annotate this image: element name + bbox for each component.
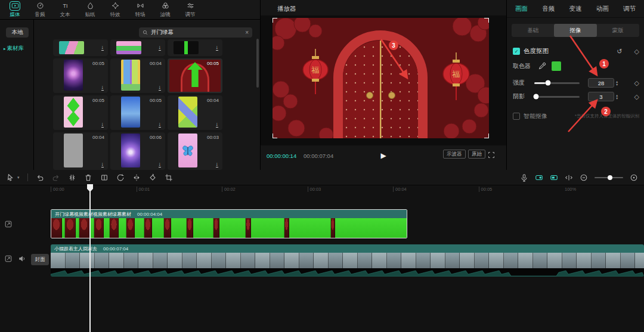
media-item[interactable]: ↓: [53, 39, 108, 56]
chevron-down-icon[interactable]: ▾: [17, 175, 20, 180]
reverse-icon[interactable]: [116, 173, 125, 182]
green-screen-clip[interactable]: 开门绿幕视频素材视频素材绿幕素材 00:00:04:04: [51, 209, 407, 238]
tab-变速[interactable]: 变速: [569, 5, 582, 13]
filmstrip-frame: [138, 253, 153, 268]
toolbar-tab-media[interactable]: 媒体: [4, 1, 26, 18]
media-item[interactable]: 00:05↓: [53, 58, 108, 93]
timeline-zoom-slider[interactable]: [595, 177, 623, 178]
resize-handle[interactable]: [273, 18, 277, 23]
zoom-slider-knob[interactable]: [608, 175, 612, 180]
strength-slider[interactable]: [534, 82, 580, 84]
download-icon[interactable]: ↓: [216, 162, 219, 167]
original-button[interactable]: 原始: [468, 150, 485, 159]
download-icon[interactable]: ↓: [159, 122, 162, 128]
resize-handle[interactable]: [273, 134, 277, 138]
top-toolbar: 媒体音频TI文本贴纸特效转场滤镜调节: [0, 0, 260, 19]
main-video-clip[interactable]: 小猫跟着主人回家去 00:00:07:04: [51, 244, 644, 277]
shadow-value[interactable]: 3: [588, 92, 614, 101]
mute-track-icon[interactable]: [18, 255, 26, 263]
media-item[interactable]: 00:05: [168, 58, 222, 93]
resize-handle[interactable]: [484, 134, 489, 138]
media-item[interactable]: 00:04↓: [110, 58, 165, 93]
media-item[interactable]: ↓: [110, 39, 165, 56]
fullscreen-icon[interactable]: [488, 150, 495, 161]
toolbar-tab-adjust[interactable]: 调节: [179, 1, 202, 18]
toolbar-tab-sticker[interactable]: 贴纸: [79, 1, 101, 18]
cover-button[interactable]: 封面: [31, 254, 49, 265]
undo-icon[interactable]: [36, 173, 44, 182]
subtab-基础[interactable]: 基础: [512, 24, 554, 37]
freeze-frame-icon[interactable]: [100, 173, 109, 182]
mic-icon[interactable]: [520, 173, 528, 182]
snap-toggle-icon[interactable]: [535, 173, 543, 182]
track-toggle-icon[interactable]: [4, 220, 13, 228]
zoom-locate-icon[interactable]: [630, 173, 638, 182]
crop-icon[interactable]: [165, 173, 173, 182]
media-item[interactable]: 00:05↓: [110, 95, 165, 130]
stepper-down-icon[interactable]: ▾: [616, 97, 618, 100]
media-item[interactable]: 00:05↓: [53, 95, 108, 130]
shadow-slider[interactable]: [534, 96, 580, 98]
tab-调节[interactable]: 调节: [623, 5, 636, 13]
download-icon[interactable]: ↓: [216, 45, 219, 51]
door-scene: 福 福: [273, 18, 489, 138]
filmstrip-frame: [401, 253, 416, 268]
download-icon[interactable]: ↓: [159, 162, 162, 167]
preview-toggle-icon[interactable]: [550, 173, 558, 182]
play-button[interactable]: ▶: [380, 151, 386, 160]
search-input[interactable]: 开门绿幕 ×: [139, 27, 252, 38]
picked-color-swatch[interactable]: [551, 61, 562, 72]
redo-icon[interactable]: [52, 173, 60, 182]
media-scrollbar[interactable]: [256, 39, 259, 88]
sidebar-item-label: 本地: [12, 29, 23, 36]
rotate-icon[interactable]: [148, 173, 157, 182]
toolbar-tab-effects[interactable]: 特效: [104, 1, 126, 18]
subtab-抠像[interactable]: 抠像: [554, 24, 596, 37]
tab-音频[interactable]: 音频: [542, 5, 555, 13]
sidebar-item-local[interactable]: 本地: [6, 27, 29, 38]
mirror-icon[interactable]: [132, 173, 141, 182]
stepper-down-icon[interactable]: ▾: [616, 83, 618, 86]
smart-key-checkbox[interactable]: [513, 113, 520, 120]
track-toggle-icon[interactable]: [4, 255, 13, 263]
download-icon[interactable]: ↓: [159, 45, 162, 51]
download-icon[interactable]: ↓: [101, 45, 104, 51]
shadow-stepper[interactable]: ▴▾: [616, 94, 618, 100]
toolbar-tab-text[interactable]: TI文本: [54, 1, 76, 18]
scope-button[interactable]: 示波器: [443, 150, 466, 159]
sidebar-item-library[interactable]: ▸ 素材库: [4, 45, 24, 52]
reset-icon[interactable]: ↺: [617, 48, 622, 55]
clear-search-icon[interactable]: ×: [245, 29, 249, 36]
media-item[interactable]: 00:03↓: [168, 132, 222, 170]
zoom-out-icon[interactable]: [580, 173, 588, 182]
toolbar-tab-transition[interactable]: 转场: [129, 1, 151, 18]
download-icon[interactable]: ↓: [101, 85, 104, 91]
eyedropper-icon[interactable]: [538, 62, 546, 70]
chroma-key-checkbox[interactable]: ✓: [513, 48, 520, 55]
media-item[interactable]: ↓: [168, 39, 222, 56]
strength-stepper[interactable]: ▴▾: [616, 80, 618, 86]
video-preview[interactable]: 福 福: [273, 18, 489, 138]
toolbar-tab-filter[interactable]: 滤镜: [154, 1, 177, 18]
subtab-蒙版[interactable]: 蒙版: [597, 24, 639, 37]
tab-动画[interactable]: 动画: [596, 5, 609, 13]
fit-width-icon[interactable]: [565, 173, 573, 182]
strength-value[interactable]: 28: [588, 78, 614, 88]
download-icon[interactable]: ↓: [101, 122, 104, 128]
tab-画面[interactable]: 画面: [515, 5, 528, 13]
filmstrip-frame: [577, 253, 592, 268]
download-icon[interactable]: ↓: [159, 85, 162, 91]
keyframe-icon[interactable]: ◇: [634, 48, 639, 55]
download-icon[interactable]: ↓: [101, 162, 104, 167]
resize-handle[interactable]: [484, 18, 489, 23]
delete-icon[interactable]: [84, 173, 92, 182]
keyframe-icon[interactable]: ◇: [634, 79, 639, 87]
media-item[interactable]: 00:06↓: [110, 132, 165, 170]
keyframe-icon[interactable]: ◇: [634, 93, 639, 101]
split-icon[interactable]: [68, 173, 76, 182]
download-icon[interactable]: ↓: [216, 122, 219, 128]
select-icon[interactable]: [6, 173, 14, 182]
media-item[interactable]: 00:04↓: [168, 95, 222, 130]
toolbar-tab-audio[interactable]: 音频: [29, 1, 51, 18]
media-item[interactable]: 00:04↓: [53, 132, 108, 170]
